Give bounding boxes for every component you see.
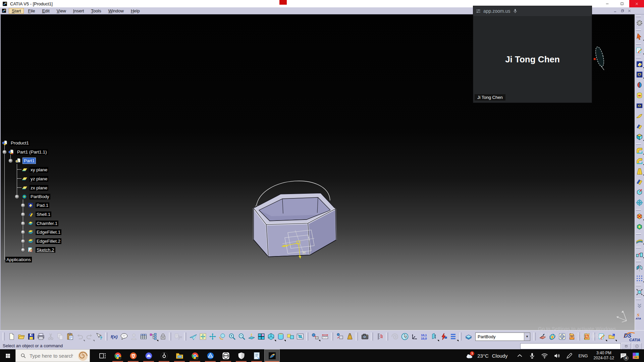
mass-properties-button[interactable]	[345, 332, 354, 341]
taskbar-discord-icon[interactable]	[141, 349, 156, 362]
formula-fx-button[interactable]: f(x)	[110, 332, 119, 341]
groove-tool-button[interactable]	[635, 91, 644, 100]
tree-item-applications[interactable]: Applications	[5, 257, 32, 262]
toolbar-grip[interactable]	[636, 247, 641, 248]
save-button[interactable]	[26, 332, 36, 341]
toolbar-grip[interactable]	[169, 333, 171, 341]
menu-tools[interactable]: Tools	[88, 8, 104, 14]
pattern-tool-button[interactable]	[635, 274, 644, 283]
toolbar-grip[interactable]	[636, 299, 641, 300]
toolbar-grip[interactable]	[356, 333, 358, 341]
toolbar-grip[interactable]	[593, 333, 595, 341]
tree-item-sketch-2[interactable]: Sketch.2	[36, 247, 55, 253]
zoom-meeting-overlay[interactable]: app.zoom.us Ji Tong Chen Ji Tong Chen	[473, 6, 592, 103]
rotate-view-button[interactable]	[218, 332, 227, 341]
meeting-controls-icon[interactable]	[475, 8, 481, 14]
tree-sketch-icon[interactable]	[28, 247, 34, 253]
mdi-close-icon[interactable]	[627, 8, 632, 13]
decimal-display-button[interactable]: 10,110,0	[420, 332, 429, 341]
menu-edit[interactable]: Edit	[39, 8, 52, 14]
fly-mode-button[interactable]	[189, 332, 198, 341]
axis-system-button[interactable]	[410, 332, 419, 341]
toolbar-grip[interactable]	[636, 285, 641, 286]
analysis-stripes-button[interactable]	[567, 332, 576, 341]
fillet-tool-button[interactable]	[635, 146, 644, 155]
doc-help-button[interactable]: i	[632, 343, 642, 349]
tree-expander-plus-icon[interactable]: +	[21, 212, 25, 217]
tree-item-shell-1[interactable]: Shell.1	[36, 212, 51, 217]
mdi-restore-icon[interactable]	[620, 8, 625, 13]
tree-expander-plus-icon[interactable]: +	[21, 221, 25, 226]
search-input[interactable]	[29, 353, 74, 359]
camera-capture-button[interactable]	[360, 332, 369, 341]
active-body-combobox[interactable]: PartBody▼	[475, 333, 530, 341]
toolbar-grip[interactable]	[3, 333, 5, 341]
tray-wifi-icon[interactable]	[541, 352, 548, 360]
tree-item-zx-plane[interactable]: zx plane	[30, 185, 48, 191]
new-doc-button[interactable]	[7, 332, 16, 341]
scale-tool-button[interactable]	[635, 288, 644, 297]
tree-partbody-icon[interactable]	[21, 193, 28, 200]
paste-button[interactable]	[65, 332, 74, 341]
thread-tool-button[interactable]	[635, 198, 644, 207]
taskbar-chrome-icon[interactable]	[110, 349, 125, 362]
thickness-tool-button[interactable]	[635, 188, 644, 197]
model-hexagonal-shell[interactable]: H	[246, 166, 346, 266]
fit-all-in-button[interactable]	[198, 332, 207, 341]
tree-pad-icon[interactable]	[28, 202, 34, 208]
tree-item-partbody[interactable]: PartBody	[30, 194, 50, 199]
measure-item-button[interactable]	[335, 332, 344, 341]
close-button[interactable]	[629, 0, 644, 7]
tree-item-chamfer-1[interactable]: Chamfer.1	[36, 221, 58, 226]
render-style-button[interactable]	[276, 332, 285, 341]
tree-item-part1[interactable]: Part1	[23, 158, 36, 164]
toolbar-grip[interactable]	[636, 29, 641, 31]
analysis-target-button[interactable]	[557, 332, 567, 341]
taskbar-task-view-button-icon[interactable]	[95, 349, 110, 362]
menu-insert[interactable]: Insert	[70, 8, 87, 14]
toolbar-grip[interactable]	[636, 209, 641, 210]
tree-fillet-icon[interactable]	[28, 229, 34, 235]
menu-help[interactable]: Help	[128, 8, 143, 14]
draft-tool-button[interactable]	[635, 167, 644, 176]
taskbar-blue-app-icon[interactable]	[203, 349, 218, 362]
constraint-dimension-button[interactable]	[375, 332, 384, 341]
toolbar-grip[interactable]	[636, 16, 641, 17]
toolbar-grip[interactable]	[636, 233, 641, 235]
tree-plane-icon[interactable]	[21, 176, 28, 182]
tree-item-yz-plane[interactable]: yz plane	[30, 176, 48, 182]
taskbar-steelseries-icon[interactable]	[156, 349, 172, 362]
open-folder-button[interactable]	[17, 332, 26, 341]
loft-tool-button[interactable]	[635, 133, 644, 141]
swap-visible-space-button[interactable]	[296, 332, 305, 341]
sketcher-button[interactable]	[635, 46, 644, 55]
tree-shell-icon[interactable]	[28, 211, 34, 218]
gear-tool-button[interactable]	[635, 19, 644, 27]
menu-file[interactable]: File	[25, 8, 38, 14]
tray-microphone-icon[interactable]	[528, 352, 536, 360]
toolbar-grip[interactable]	[636, 143, 641, 145]
power-input-field[interactable]	[520, 343, 621, 349]
toolbar-grip[interactable]	[578, 333, 580, 341]
premiere-tray-icon[interactable]: PRE	[632, 352, 640, 360]
menu-start[interactable]: Start	[9, 8, 24, 14]
toolbar-grip[interactable]	[636, 43, 641, 45]
comment-bubble-button[interactable]	[119, 332, 128, 341]
compass-3d[interactable]	[593, 37, 606, 77]
tree-plane-icon[interactable]	[21, 167, 28, 173]
minimize-button[interactable]	[600, 0, 614, 7]
dialog-toggle-button[interactable]	[621, 343, 631, 349]
tree-expander-plus-icon[interactable]: +	[21, 230, 25, 234]
taskbar-teamviewer-icon[interactable]	[218, 349, 233, 362]
lock-button[interactable]	[158, 332, 167, 341]
tree-expander-plus-icon[interactable]: +	[21, 248, 25, 252]
print-button[interactable]	[36, 332, 45, 341]
toolbar-grip[interactable]	[636, 261, 641, 262]
tree-partgear-icon[interactable]	[15, 158, 21, 164]
tray-volume-icon[interactable]	[553, 352, 561, 360]
menu-window[interactable]: Window	[105, 8, 127, 14]
taskbar-file-explorer-icon[interactable]	[172, 349, 187, 362]
surface-book-button[interactable]	[464, 332, 473, 341]
tree-item-edgefillet-2[interactable]: EdgeFillet.2	[36, 238, 61, 244]
catia-side-logo-button[interactable]: SATIA	[635, 312, 644, 321]
